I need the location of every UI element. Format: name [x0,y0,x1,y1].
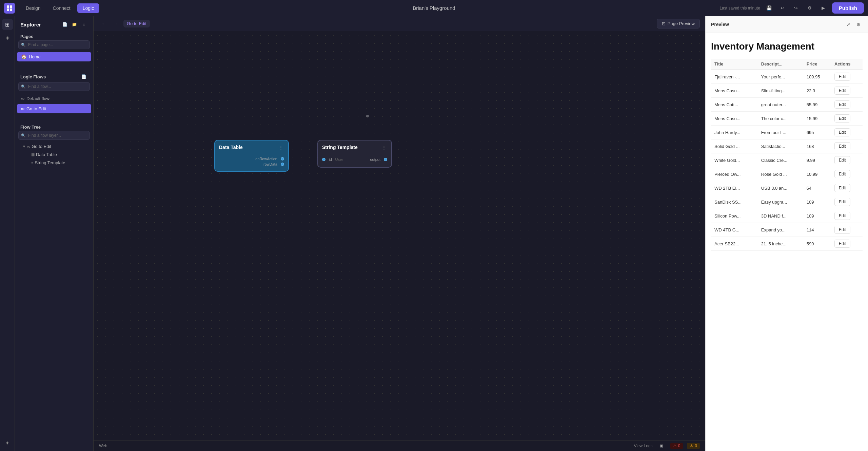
logo [4,3,15,14]
preview-expand-icon[interactable]: ⤢ [844,20,852,29]
flow-tree-string-template[interactable]: ≡ String Template [17,159,91,167]
svg-rect-1 [10,5,12,8]
undo-icon[interactable]: ↩ [778,3,787,13]
flow-tree-title: Flow Tree [20,125,41,130]
tab-logic[interactable]: Logic [77,3,99,13]
cell-price-4: 695 [803,126,831,139]
status-bar: Web View Logs ▣ ⚠ 0 ⚠ 0 [94,440,705,451]
pages-search-input[interactable] [18,40,90,49]
sidebar-item-home[interactable]: 🏠 Home [17,52,91,61]
edit-button-7[interactable]: Edit [834,170,850,178]
cell-title-0: Fjallraven -... [711,70,758,84]
cell-action-5: Edit [831,139,863,153]
flow-icon-1: ∞ [21,96,24,101]
string-template-node[interactable]: String Template ⋮ id User output [317,140,392,168]
edit-button-6[interactable]: Edit [834,156,850,164]
flow-tree-data-table[interactable]: ▦ Data Table [17,151,91,158]
save-icon[interactable]: 💾 [764,3,774,13]
edit-button-9[interactable]: Edit [834,198,850,206]
cell-title-7: Pierced Ow... [711,167,758,181]
cell-action-4: Edit [831,126,863,139]
data-table-node-body: onRowAction rowData [215,153,288,171]
canvas-toolbar-right: ⊡ Page Preview [657,19,700,29]
new-page-icon[interactable]: 📄 [61,20,69,29]
view-logs-label[interactable]: View Logs [634,444,652,448]
cell-desc-11: Expand yo... [758,223,803,237]
cell-price-11: 114 [803,223,831,237]
redo-icon[interactable]: ↪ [791,3,801,13]
cell-price-0: 109.95 [803,70,831,84]
edit-button-12[interactable]: Edit [834,240,850,248]
node-port-rowdata: rowData [219,162,284,167]
layers-icon[interactable]: ⊞ [2,19,13,30]
rowdata-dot [281,163,284,166]
error-icon: ⚠ [673,444,677,448]
edit-button-8[interactable]: Edit [834,184,850,192]
components-icon[interactable]: ◈ [2,32,13,43]
preview-settings-icon[interactable]: ⚙ [854,20,863,29]
id-label: id [329,157,332,162]
page-preview-button[interactable]: ⊡ Page Preview [657,19,700,29]
tab-design[interactable]: Design [20,3,46,13]
topbar: Design Connect Logic Brian's Playground … [0,0,868,16]
onrowaction-label: onRowAction [255,157,277,161]
col-actions: Actions [831,59,863,70]
cell-action-0: Edit [831,70,863,84]
col-title: Title [711,59,758,70]
folder-icon[interactable]: 📁 [70,20,78,29]
string-template-node-body: id User output [318,153,391,167]
edit-button-2[interactable]: Edit [834,100,850,109]
cell-action-1: Edit [831,84,863,98]
table-row: Silicon Pow... 3D NAND f... 109 Edit [711,209,863,223]
cell-title-2: Mens Cott... [711,98,758,112]
data-table-node-header: Data Table ⋮ [215,140,288,153]
sidebar-item-default-flow[interactable]: ∞ Default flow [17,94,91,103]
string-template-node-menu[interactable]: ⋮ [380,144,387,151]
edit-button-3[interactable]: Edit [834,114,850,123]
collapse-icon[interactable]: « [80,20,88,29]
divider-1 [15,67,93,67]
output-dot [384,158,387,161]
table-row: Solid Gold ... Satisfactio... 168 Edit [711,139,863,153]
cell-desc-6: Classic Cre... [758,153,803,167]
svg-rect-0 [7,5,9,8]
settings-icon[interactable]: ⚙ [805,3,814,13]
breadcrumb[interactable]: Go to Edit [123,20,150,27]
save-info: Last saved this minute [719,6,760,11]
forward-button[interactable]: → [111,19,121,29]
cell-action-2: Edit [831,98,863,112]
flow-tree-search-input[interactable] [18,131,90,140]
back-button[interactable]: ← [99,19,108,29]
edit-button-10[interactable]: Edit [834,212,850,220]
play-icon[interactable]: ▶ [818,3,828,13]
page-preview-icon: ⊡ [662,21,666,26]
flow-tree-root[interactable]: ▼ ∞ Go to Edit [17,143,91,150]
edit-button-5[interactable]: Edit [834,142,850,150]
sidebar-item-go-to-edit[interactable]: ∞ Go to Edit [17,104,91,113]
logs-toggle-icon[interactable]: ▣ [657,441,666,451]
settings-sidebar-icon[interactable]: ✦ [2,437,13,448]
onrowaction-dot [281,157,284,161]
page-preview-label: Page Preview [668,21,695,26]
data-table-node[interactable]: Data Table ⋮ onRowAction rowData [214,140,289,172]
warn-count: 0 [695,444,697,448]
pages-section: Pages 🔍 🏠 Home [15,31,93,64]
pages-section-title: Pages [20,34,33,39]
publish-button[interactable]: Publish [832,2,864,14]
new-flow-icon[interactable]: 📄 [80,73,88,81]
data-table-node-menu[interactable]: ⋮ [277,144,284,151]
edit-button-4[interactable]: Edit [834,128,850,136]
edit-button-1[interactable]: Edit [834,87,850,95]
id-dot [322,158,326,161]
edit-button-0[interactable]: Edit [834,73,850,81]
nav-tabs: Design Connect Logic [20,3,99,13]
cell-desc-1: Slim-fitting... [758,84,803,98]
flow-icon-2: ∞ [21,106,24,111]
flows-search-input[interactable] [18,82,90,91]
cell-action-8: Edit [831,181,863,195]
cell-desc-4: From our L... [758,126,803,139]
canvas[interactable]: Data Table ⋮ onRowAction rowData [94,31,705,440]
tab-connect[interactable]: Connect [47,3,76,13]
edit-button-11[interactable]: Edit [834,226,850,234]
cell-title-8: WD 2TB El... [711,181,758,195]
